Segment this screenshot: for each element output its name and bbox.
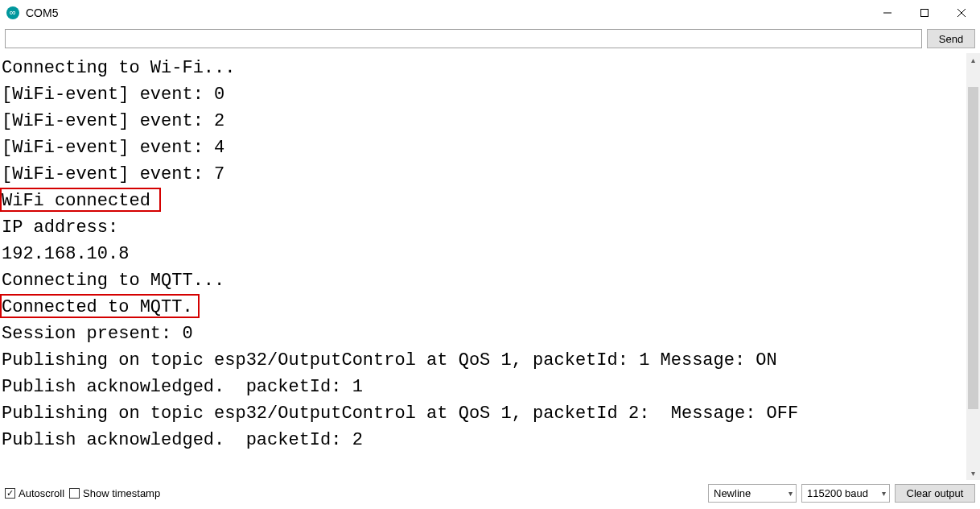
svg-rect-1 bbox=[921, 10, 929, 17]
baud-value: 115200 baud bbox=[807, 487, 868, 499]
scroll-thumb[interactable] bbox=[968, 87, 978, 409]
checkbox-icon bbox=[69, 488, 80, 499]
titlebar: COM5 bbox=[0, 0, 980, 26]
chevron-down-icon: ▾ bbox=[789, 489, 793, 498]
footer-bar: ✓ Autoscroll Show timestamp Newline ▾ 11… bbox=[0, 480, 980, 506]
window-title: COM5 bbox=[26, 6, 58, 19]
serial-input[interactable] bbox=[5, 29, 922, 48]
chevron-down-icon: ▾ bbox=[882, 489, 886, 498]
scroll-down-icon[interactable]: ▾ bbox=[966, 466, 980, 480]
timestamp-label: Show timestamp bbox=[83, 487, 160, 499]
clear-output-button[interactable]: Clear output bbox=[895, 484, 975, 503]
scroll-up-icon[interactable]: ▴ bbox=[966, 53, 980, 67]
baud-select[interactable]: 115200 baud ▾ bbox=[801, 484, 890, 503]
vertical-scrollbar[interactable]: ▴ ▾ bbox=[966, 53, 980, 480]
output-container: Connecting to Wi-Fi... [WiFi-event] even… bbox=[0, 53, 980, 480]
input-row: Send bbox=[0, 26, 980, 53]
autoscroll-checkbox[interactable]: ✓ Autoscroll bbox=[5, 487, 64, 499]
maximize-button[interactable] bbox=[906, 0, 943, 26]
minimize-button[interactable] bbox=[869, 0, 906, 26]
arduino-icon bbox=[6, 6, 19, 19]
checkbox-icon: ✓ bbox=[5, 488, 15, 499]
send-button[interactable]: Send bbox=[927, 29, 975, 48]
line-ending-select[interactable]: Newline ▾ bbox=[708, 484, 797, 503]
serial-output[interactable]: Connecting to Wi-Fi... [WiFi-event] even… bbox=[0, 53, 964, 480]
line-ending-value: Newline bbox=[714, 487, 751, 499]
close-button[interactable] bbox=[943, 0, 980, 26]
timestamp-checkbox[interactable]: Show timestamp bbox=[69, 487, 160, 499]
window-controls bbox=[869, 0, 980, 26]
autoscroll-label: Autoscroll bbox=[19, 487, 64, 499]
